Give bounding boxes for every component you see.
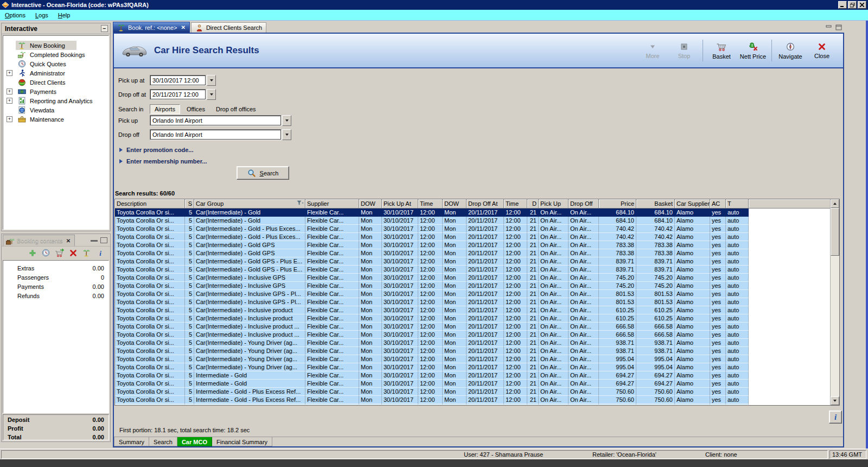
pick-up-dropdown-button[interactable] — [282, 115, 291, 126]
result-row[interactable]: Toyota Corolla Or si...5Car(Intermediate… — [115, 209, 839, 217]
tree-expand-icon[interactable]: + — [7, 89, 12, 94]
result-row[interactable]: Toyota Corolla Or si...5Car(Intermediate… — [115, 249, 839, 257]
close-button[interactable]: Close — [806, 41, 838, 60]
window-restore-button[interactable] — [848, 1, 857, 9]
tab-direct-clients-search[interactable]: Direct Clients Search — [191, 22, 266, 33]
booking-tool-cart-arrow-button[interactable] — [55, 248, 64, 257]
search-button[interactable]: Search — [237, 166, 289, 180]
sidebar-item-new-booking[interactable]: New Booking — [3, 41, 108, 50]
column-header-supplier[interactable]: Supplier — [305, 199, 359, 209]
basket-button[interactable]: Basket — [706, 41, 737, 61]
membership-number-expander[interactable]: Enter membership number... — [119, 157, 207, 166]
result-row[interactable]: Toyota Corolla Or si...5Car(Intermediate… — [115, 363, 839, 371]
results-scrollbar[interactable] — [830, 199, 839, 405]
search-in-option-offices[interactable]: Offices — [182, 105, 209, 113]
column-header-time[interactable]: Time — [504, 199, 527, 209]
result-row[interactable]: Toyota Corolla Or si...5Car(Intermediate… — [115, 217, 839, 225]
booking-tool-plus-button[interactable] — [28, 248, 37, 257]
scroll-down-button[interactable] — [831, 396, 839, 405]
booking-row-payments[interactable]: Payments0.00 — [3, 282, 108, 291]
result-row[interactable]: Toyota Corolla Or si...5Intermediate - G… — [115, 396, 839, 404]
column-header-time[interactable]: Time — [418, 199, 443, 209]
result-row[interactable]: Toyota Corolla Or si...5Intermediate - G… — [115, 404, 839, 405]
search-in-option-drop-off-offices[interactable]: Drop off offices — [212, 105, 260, 113]
window-minimize-button[interactable] — [838, 1, 847, 9]
sidebar-item-maintenance[interactable]: +Maintenance — [3, 115, 108, 124]
result-row[interactable]: Toyota Corolla Or si...5Car(Intermediate… — [115, 257, 839, 266]
sidebar-item-viewdata[interactable]: Viewdata — [3, 105, 108, 115]
booking-row-passengers[interactable]: Passengers0 — [3, 273, 108, 282]
tree-expand-icon[interactable]: + — [7, 116, 12, 122]
sidebar-item-payments[interactable]: +Payments — [3, 87, 108, 96]
info-button[interactable]: i — [829, 411, 842, 424]
result-row[interactable]: Toyota Corolla Or si...5Car(Intermediate… — [115, 233, 839, 241]
menu-item-logs[interactable]: Logs — [30, 11, 53, 20]
bottom-tab-financial-summary[interactable]: Financial Summary — [212, 437, 272, 446]
pick-up-at-dropdown-button[interactable] — [207, 75, 216, 86]
menu-item-help[interactable]: Help — [53, 11, 75, 20]
column-header-d[interactable]: D — [527, 199, 539, 209]
search-in-option-airports[interactable]: Airports — [150, 104, 180, 114]
result-row[interactable]: Toyota Corolla Or si...5Car(Intermediate… — [115, 298, 839, 306]
column-header-price[interactable]: Price — [599, 199, 636, 209]
result-row[interactable]: Toyota Corolla Or si...5Car(Intermediate… — [115, 339, 839, 347]
result-row[interactable]: Toyota Corolla Or si...5Car(Intermediate… — [115, 306, 839, 314]
result-row[interactable]: Toyota Corolla Or si...5Car(Intermediate… — [115, 241, 839, 249]
booking-row-extras[interactable]: Extras0.00 — [3, 263, 108, 273]
drop-off-at-input[interactable]: 20/11/2017 12:00 — [150, 89, 206, 100]
tab-close-icon[interactable]: ✕ — [181, 24, 186, 30]
tree-expand-icon[interactable]: + — [7, 98, 12, 104]
result-row[interactable]: Toyota Corolla Or si...5Car(Intermediate… — [115, 225, 839, 233]
sidebar-item-quick-quotes[interactable]: Quick Quotes — [3, 59, 108, 68]
column-header-t[interactable]: T — [726, 199, 749, 209]
column-header-pick-up[interactable]: Pick Up — [539, 199, 569, 209]
sidebar-item-completed-bookings[interactable]: Completed Bookings — [3, 50, 108, 59]
column-header-drop-off[interactable]: Drop Off — [569, 199, 599, 209]
menu-item-options[interactable]: Options — [0, 11, 30, 20]
column-header-dow[interactable]: DOW — [359, 199, 382, 209]
booking-minimize-icon[interactable] — [91, 237, 98, 242]
column-header-dow[interactable]: DOW — [443, 199, 467, 209]
booking-tool-info-button[interactable]: i — [95, 248, 105, 257]
result-row[interactable]: Toyota Corolla Or si...5Car(Intermediate… — [115, 347, 839, 355]
bottom-tab-summary[interactable]: Summary — [114, 437, 149, 446]
scrollbar-thumb[interactable] — [831, 208, 839, 256]
bottom-tab-car-mco[interactable]: Car MCO — [177, 437, 212, 446]
result-row[interactable]: Toyota Corolla Or si...5Intermediate - G… — [115, 380, 839, 388]
sidebar-item-direct-clients[interactable]: Direct Clients — [3, 78, 108, 87]
column-header-pick-up-at[interactable]: Pick Up At — [382, 199, 418, 209]
nett-price-button[interactable]: Nett Price — [737, 41, 769, 61]
result-row[interactable]: Toyota Corolla Or si...5Car(Intermediate… — [115, 355, 839, 363]
result-row[interactable]: Toyota Corolla Or si...5Car(Intermediate… — [115, 266, 839, 274]
pick-up-combo[interactable]: Orlando Intl Airport — [150, 115, 282, 126]
column-header-basket[interactable]: Basket — [636, 199, 675, 209]
drop-off-combo[interactable]: Orlando Intl Airport — [150, 129, 282, 140]
drop-off-dropdown-button[interactable] — [282, 129, 291, 140]
booking-close-icon[interactable]: ✕ — [65, 237, 72, 244]
booking-maximize-icon[interactable] — [100, 237, 107, 243]
tab-book-ref-none-[interactable]: Book. ref.: <none>✕ — [113, 22, 190, 33]
column-header-car-supplier[interactable]: Car Supplier — [675, 199, 710, 209]
sidebar-collapse-button[interactable]: − — [101, 25, 108, 32]
bottom-tab-search[interactable]: Search — [149, 437, 177, 446]
sidebar-item-reporting-and-analytics[interactable]: +Reporting and Analytics — [3, 96, 108, 105]
window-close-button[interactable] — [858, 1, 866, 9]
pick-up-at-input[interactable]: 30/10/2017 12:00 — [150, 75, 206, 86]
column-header-description[interactable]: Description — [115, 199, 185, 209]
result-row[interactable]: Toyota Corolla Or si...5Intermediate - G… — [115, 388, 839, 396]
booking-tool-red-cross-button[interactable] — [68, 248, 78, 257]
column-header-drop-off-at[interactable]: Drop Off At — [467, 199, 504, 209]
result-row[interactable]: Toyota Corolla Or si...5Car(Intermediate… — [115, 331, 839, 339]
result-row[interactable]: Toyota Corolla Or si...5Intermediate - G… — [115, 371, 839, 380]
tree-expand-icon[interactable]: + — [7, 70, 12, 76]
result-row[interactable]: Toyota Corolla Or si...5Car(Intermediate… — [115, 274, 839, 282]
booking-tool-clock-globe-button[interactable] — [41, 248, 50, 257]
scroll-up-button[interactable] — [831, 199, 839, 208]
booking-row-refunds[interactable]: Refunds0.00 — [3, 291, 108, 300]
drop-off-at-dropdown-button[interactable] — [207, 89, 216, 100]
booking-contents-tab[interactable]: Booking contents ✕ — [3, 235, 75, 246]
column-header-ac[interactable]: AC — [710, 199, 726, 209]
result-row[interactable]: Toyota Corolla Or si...5Car(Intermediate… — [115, 314, 839, 323]
promotion-code-expander[interactable]: Enter promotion code... — [119, 146, 193, 154]
navigate-button[interactable]: Navigate — [775, 41, 806, 61]
